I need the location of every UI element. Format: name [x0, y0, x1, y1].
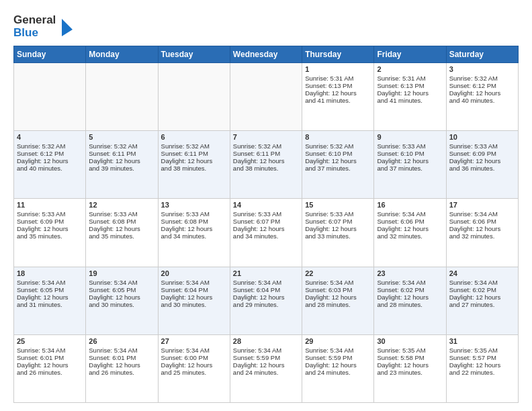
day-info: Sunrise: 5:33 AM: [377, 142, 443, 150]
day-info: Sunrise: 5:34 AM: [233, 279, 299, 286]
day-info: Sunset: 6:05 PM: [89, 286, 154, 293]
day-info: Daylight: 12 hours: [449, 293, 515, 301]
day-info: Sunrise: 5:34 AM: [377, 210, 443, 218]
day-number: 24: [449, 269, 515, 277]
day-info: Sunset: 6:11 PM: [233, 150, 299, 157]
calendar-week-5: 25Sunrise: 5:34 AMSunset: 6:01 PMDayligh…: [14, 334, 519, 402]
day-info: Sunrise: 5:32 AM: [233, 142, 299, 150]
calendar-cell: 14Sunrise: 5:33 AMSunset: 6:07 PMDayligh…: [230, 199, 302, 267]
calendar-cell: 28Sunrise: 5:34 AMSunset: 5:59 PMDayligh…: [230, 334, 302, 402]
day-info: and 28 minutes.: [305, 301, 371, 308]
calendar-header-friday: Friday: [374, 46, 446, 63]
day-info: Daylight: 12 hours: [377, 157, 443, 165]
day-number: 2: [377, 65, 443, 73]
day-info: Sunrise: 5:33 AM: [161, 210, 227, 218]
logo-svg: GeneralBlue: [13, 12, 74, 40]
header: GeneralBlue: [13, 12, 519, 40]
day-number: 13: [161, 201, 227, 209]
calendar-cell: 8Sunrise: 5:32 AMSunset: 6:10 PMDaylight…: [302, 131, 374, 199]
day-number: 14: [233, 201, 299, 209]
day-info: Sunset: 6:06 PM: [377, 218, 443, 225]
day-info: Sunset: 5:59 PM: [305, 354, 371, 361]
day-info: Daylight: 12 hours: [377, 293, 443, 301]
day-info: Daylight: 12 hours: [305, 157, 371, 165]
day-info: and 37 minutes.: [377, 165, 443, 172]
day-info: and 37 minutes.: [305, 165, 371, 172]
calendar-cell: 3Sunrise: 5:32 AMSunset: 6:12 PMDaylight…: [446, 63, 518, 131]
day-info: Sunrise: 5:35 AM: [449, 347, 515, 354]
day-info: Daylight: 12 hours: [233, 293, 299, 301]
day-info: Sunset: 6:04 PM: [233, 286, 299, 293]
day-info: Sunrise: 5:34 AM: [449, 279, 515, 286]
day-info: Sunset: 6:07 PM: [233, 218, 299, 225]
day-info: Sunset: 5:58 PM: [377, 354, 443, 361]
day-number: 3: [449, 65, 515, 73]
calendar-header-tuesday: Tuesday: [158, 46, 230, 63]
day-number: 21: [233, 269, 299, 277]
day-info: Sunrise: 5:33 AM: [305, 210, 371, 218]
day-number: 17: [449, 201, 515, 209]
day-info: Sunset: 6:12 PM: [17, 150, 83, 157]
day-info: Sunset: 6:09 PM: [17, 218, 83, 225]
day-info: Sunrise: 5:34 AM: [233, 347, 299, 354]
day-info: Sunset: 6:11 PM: [89, 150, 154, 157]
calendar-cell: 29Sunrise: 5:34 AMSunset: 5:59 PMDayligh…: [302, 334, 374, 402]
calendar-header-sunday: Sunday: [14, 46, 86, 63]
calendar-cell: 13Sunrise: 5:33 AMSunset: 6:08 PMDayligh…: [158, 199, 230, 267]
day-info: Sunset: 6:04 PM: [161, 286, 227, 293]
day-info: and 41 minutes.: [305, 97, 371, 104]
page: GeneralBlue SundayMondayTuesdayWednesday…: [0, 0, 532, 411]
calendar-cell: 7Sunrise: 5:32 AMSunset: 6:11 PMDaylight…: [230, 131, 302, 199]
day-number: 5: [89, 133, 154, 141]
calendar-week-1: 1Sunrise: 5:31 AMSunset: 6:13 PMDaylight…: [14, 63, 519, 131]
calendar-cell: 4Sunrise: 5:32 AMSunset: 6:12 PMDaylight…: [14, 131, 86, 199]
day-number: 31: [449, 337, 515, 345]
day-info: Daylight: 12 hours: [89, 361, 154, 369]
day-info: Sunset: 6:13 PM: [305, 82, 371, 89]
calendar-cell: [230, 63, 302, 131]
calendar-header-wednesday: Wednesday: [230, 46, 302, 63]
calendar-cell: 2Sunrise: 5:31 AMSunset: 6:13 PMDaylight…: [374, 63, 446, 131]
calendar-cell: 27Sunrise: 5:34 AMSunset: 6:00 PMDayligh…: [158, 334, 230, 402]
day-info: Sunset: 6:13 PM: [377, 82, 443, 89]
calendar-cell: 23Sunrise: 5:34 AMSunset: 6:02 PMDayligh…: [374, 267, 446, 334]
day-info: Sunrise: 5:33 AM: [449, 142, 515, 150]
day-info: and 32 minutes.: [377, 232, 443, 240]
day-number: 26: [89, 337, 154, 345]
calendar-week-3: 11Sunrise: 5:33 AMSunset: 6:09 PMDayligh…: [14, 199, 519, 267]
day-info: Sunrise: 5:35 AM: [377, 347, 443, 354]
svg-marker-2: [62, 19, 73, 36]
day-info: Sunrise: 5:32 AM: [17, 142, 83, 150]
day-info: Sunrise: 5:32 AM: [305, 142, 371, 150]
day-info: and 38 minutes.: [161, 165, 227, 172]
day-number: 22: [305, 269, 371, 277]
day-info: Sunrise: 5:34 AM: [161, 279, 227, 286]
day-number: 25: [17, 337, 83, 345]
calendar-cell: 22Sunrise: 5:34 AMSunset: 6:03 PMDayligh…: [302, 267, 374, 334]
day-number: 19: [89, 269, 154, 277]
day-info: Sunset: 6:02 PM: [449, 286, 515, 293]
calendar-cell: 12Sunrise: 5:33 AMSunset: 6:08 PMDayligh…: [86, 199, 158, 267]
day-info: and 24 minutes.: [233, 369, 299, 376]
day-info: Daylight: 12 hours: [233, 157, 299, 165]
day-info: Daylight: 12 hours: [89, 293, 154, 301]
day-info: Sunrise: 5:34 AM: [89, 279, 154, 286]
day-number: 16: [377, 201, 443, 209]
day-info: Sunrise: 5:32 AM: [449, 75, 515, 82]
day-number: 8: [305, 133, 371, 141]
day-info: Sunrise: 5:34 AM: [305, 347, 371, 354]
day-info: Sunrise: 5:32 AM: [161, 142, 227, 150]
day-info: Sunset: 6:09 PM: [449, 150, 515, 157]
day-info: and 40 minutes.: [449, 97, 515, 104]
day-number: 10: [449, 133, 515, 141]
day-info: Sunrise: 5:34 AM: [89, 347, 154, 354]
calendar-header-thursday: Thursday: [302, 46, 374, 63]
day-info: and 33 minutes.: [305, 232, 371, 240]
day-info: and 24 minutes.: [305, 369, 371, 376]
day-number: 27: [161, 337, 227, 345]
calendar-cell: 25Sunrise: 5:34 AMSunset: 6:01 PMDayligh…: [14, 334, 86, 402]
day-info: Daylight: 12 hours: [449, 361, 515, 369]
day-info: and 41 minutes.: [377, 97, 443, 104]
day-info: Daylight: 12 hours: [89, 225, 154, 232]
day-info: Daylight: 12 hours: [17, 361, 83, 369]
